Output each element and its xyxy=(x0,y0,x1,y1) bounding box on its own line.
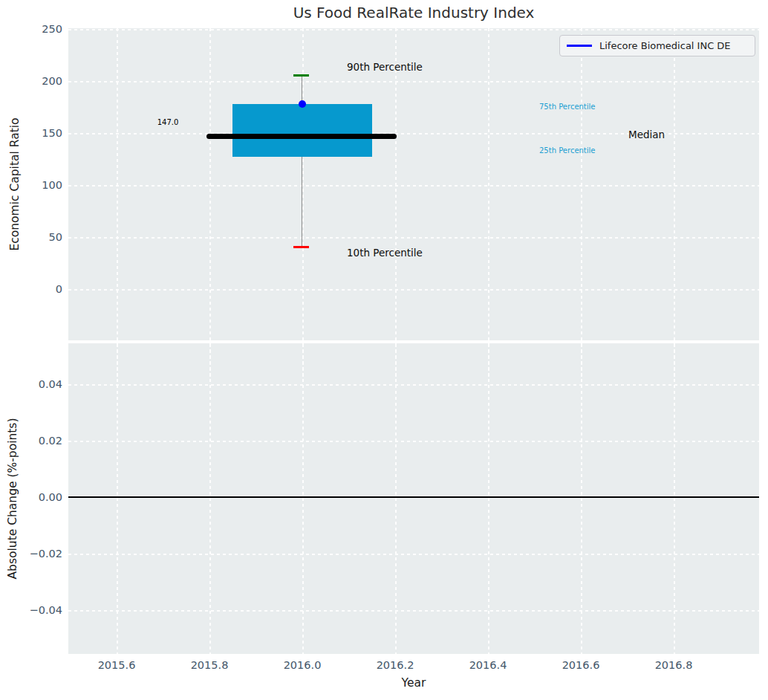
company-marker xyxy=(299,100,306,108)
gridline xyxy=(68,554,759,555)
p10-annotation: 10th Percentile xyxy=(347,247,423,259)
ytick-250: 250 xyxy=(0,22,62,36)
median-annotation: Median xyxy=(628,129,665,140)
iqr-box xyxy=(232,104,372,157)
gridline xyxy=(68,610,759,612)
ytick-0: 0 xyxy=(0,282,62,296)
bottom-plot-area xyxy=(68,343,759,654)
whisker-cap-90th xyxy=(293,74,309,77)
gridline xyxy=(117,343,118,654)
gridline xyxy=(674,28,675,340)
gridline xyxy=(68,29,759,30)
gridline xyxy=(209,28,211,340)
xtick-2016.0: 2016.0 xyxy=(273,658,332,672)
xtick-2016.2: 2016.2 xyxy=(365,658,425,672)
whisker-cap-10th xyxy=(293,246,309,248)
gridline xyxy=(68,384,759,386)
gridline xyxy=(674,343,675,654)
legend: Lifecore Biomedical INC DE xyxy=(559,35,755,56)
legend-line-sample xyxy=(567,45,592,47)
gridline xyxy=(68,185,759,187)
bottom-y-axis-label: Absolute Change (%-points) xyxy=(6,418,19,580)
ytick-0.04: 0.04 xyxy=(0,377,62,391)
figure: Us Food RealRate Industry Index 147.0 90… xyxy=(0,0,768,700)
p25-annotation: 25th Percentile xyxy=(539,146,596,155)
gridline xyxy=(488,28,489,340)
xtick-2015.8: 2015.8 xyxy=(180,658,239,672)
gridline xyxy=(68,81,759,82)
p90-annotation: 90th Percentile xyxy=(347,61,423,73)
gridline xyxy=(581,28,582,340)
gridline xyxy=(117,28,118,340)
legend-label: Lifecore Biomedical INC DE xyxy=(599,40,731,51)
gridline xyxy=(209,343,211,654)
xtick-2016.6: 2016.6 xyxy=(551,658,611,672)
top-y-axis-label: Economic Capital Ratio xyxy=(8,117,22,250)
gridline xyxy=(488,343,489,654)
gridline xyxy=(68,237,759,239)
gridline xyxy=(581,343,582,654)
zero-line xyxy=(68,496,759,498)
top-plot-area: 147.0 90th Percentile 10th Percentile 75… xyxy=(68,28,759,340)
xtick-2015.6: 2015.6 xyxy=(87,658,146,672)
p75-annotation: 75th Percentile xyxy=(539,103,596,111)
gridline xyxy=(68,289,759,291)
xtick-2016.4: 2016.4 xyxy=(458,658,518,672)
gridline xyxy=(395,28,397,340)
ytick-200: 200 xyxy=(0,74,62,88)
x-axis-label: Year xyxy=(68,676,759,690)
gridline xyxy=(302,343,304,654)
gridline xyxy=(68,441,759,442)
chart-title: Us Food RealRate Industry Index xyxy=(68,4,759,22)
median-line xyxy=(206,134,397,140)
median-value-annotation: 147.0 xyxy=(138,118,198,126)
ytick--0.04: −0.04 xyxy=(0,603,62,617)
xtick-2016.8: 2016.8 xyxy=(644,658,703,672)
gridline xyxy=(395,343,397,654)
